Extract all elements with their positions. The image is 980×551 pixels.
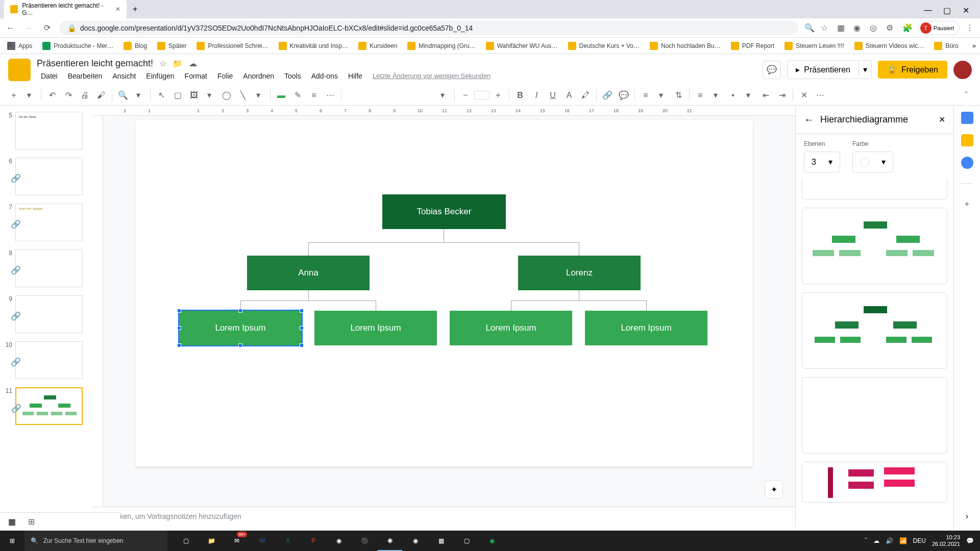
present-button[interactable]: ▸ Präsentieren	[787, 60, 859, 79]
cloud-status-icon[interactable]: ☁	[189, 59, 197, 68]
diagram-template[interactable]	[802, 292, 947, 369]
menu-format[interactable]: Format	[181, 71, 211, 81]
slide-thumb-5[interactable]: Ich bin Texte.	[15, 112, 83, 149]
image-dropdown[interactable]: ▾	[203, 88, 218, 103]
border-color-button[interactable]: ✎	[290, 88, 305, 103]
close-window-icon[interactable]: ✕	[963, 6, 970, 13]
slide-panel[interactable]: 5 Ich bin Texte. 6 🔗 7 🔗 Erste Folie - B…	[0, 106, 93, 527]
bullet-list-button[interactable]: •	[725, 88, 741, 103]
qr-icon[interactable]: ▦	[837, 23, 847, 33]
puzzle-icon[interactable]: 🧩	[902, 23, 913, 33]
menu-insert[interactable]: Einfügen	[142, 71, 178, 81]
zoom-icon[interactable]: 🔍	[804, 23, 815, 33]
bookmarks-overflow[interactable]: »	[972, 42, 976, 49]
comments-button[interactable]: 💬	[763, 61, 781, 79]
color-select[interactable]: ▾	[852, 152, 893, 172]
bookmark-item[interactable]: Steuern Lesen !!!!	[781, 40, 847, 52]
chrome-menu-icon[interactable]: ⋮	[966, 23, 976, 33]
hierarchy-node-l3-selected[interactable]: Lorem Ipsum	[179, 311, 302, 345]
fill-color-button[interactable]: ▬	[274, 88, 289, 103]
bookmark-item[interactable]: Mindmapping (Gru…	[404, 40, 478, 52]
close-panel-icon[interactable]: ✕	[939, 115, 945, 124]
font-size-dec[interactable]: −	[458, 88, 473, 103]
indent-inc-button[interactable]: ⇥	[774, 88, 790, 103]
speaker-notes[interactable]: Klicken, um Vortragsnotizen hinzuzufügen	[93, 507, 795, 527]
reload-button[interactable]: ⟳	[41, 22, 53, 34]
slide-thumb-7[interactable]: 🔗 Erste Folie - Beispiel	[15, 204, 83, 241]
shape-tool[interactable]: ◯	[219, 88, 234, 103]
app-icon[interactable]: ◉	[327, 531, 351, 551]
align-button[interactable]: ≡	[638, 88, 653, 103]
document-title[interactable]: Präsentieren leicht gemacht!	[37, 58, 153, 69]
link-button[interactable]: 🔗	[600, 88, 615, 103]
select-tool[interactable]: ↖	[154, 88, 169, 103]
font-dropdown[interactable]: ▾	[436, 88, 451, 103]
calendar-icon[interactable]	[961, 112, 973, 124]
indent-dec-button[interactable]: ⇤	[758, 88, 773, 103]
app-icon[interactable]: ▢	[454, 531, 479, 551]
add-addon-icon[interactable]: +	[961, 198, 973, 210]
filmstrip-view-button[interactable]: ▦	[8, 517, 16, 527]
keep-icon[interactable]	[961, 134, 973, 146]
slide-thumb-6[interactable]: 🔗	[15, 158, 83, 195]
start-button[interactable]: ⊞	[0, 531, 24, 551]
tray-chevron-icon[interactable]: ˆ	[865, 537, 867, 544]
print-button[interactable]: 🖨	[77, 88, 92, 103]
notification-icon[interactable]: 💬	[966, 537, 974, 544]
star-icon[interactable]: ☆	[821, 23, 831, 33]
hierarchy-node-l2[interactable]: Lorenz	[518, 256, 641, 290]
present-dropdown[interactable]: ▾	[859, 60, 872, 79]
text-color-button[interactable]: A	[561, 88, 577, 103]
collapse-rail-icon[interactable]: ›	[966, 512, 968, 521]
slide-thumb-9[interactable]: 🔗	[15, 295, 83, 333]
bullet-list-dropdown[interactable]: ▾	[742, 88, 757, 103]
redo-button[interactable]: ↷	[61, 88, 76, 103]
new-slide-button[interactable]: +	[6, 88, 21, 103]
new-slide-dropdown[interactable]: ▾	[22, 88, 38, 103]
paint-format-button[interactable]: 🖌	[93, 88, 109, 103]
volume-icon[interactable]: 🔊	[886, 537, 893, 544]
powerpoint-icon[interactable]: P	[301, 531, 326, 551]
zoom-button[interactable]: 🔍	[115, 88, 131, 103]
clear-format-button[interactable]: ✕	[796, 88, 812, 103]
extension3-icon[interactable]: ⚙	[886, 23, 896, 33]
bookmark-item[interactable]: Noch hochladen Bu…	[647, 40, 724, 52]
levels-select[interactable]: 3 ▾	[804, 152, 840, 172]
numbered-list-dropdown[interactable]: ▾	[709, 88, 724, 103]
back-button[interactable]: ←	[4, 22, 16, 34]
extension2-icon[interactable]: ◎	[870, 23, 880, 33]
line-dropdown[interactable]: ▾	[252, 88, 267, 103]
menu-addons[interactable]: Add-ons	[307, 71, 342, 81]
numbered-list-button[interactable]: ≡	[693, 88, 708, 103]
line-tool[interactable]: ╲	[235, 88, 251, 103]
font-select[interactable]	[345, 89, 435, 101]
more-tools-button[interactable]: ⋯	[813, 88, 828, 103]
menu-slide[interactable]: Folie	[213, 71, 237, 81]
grid-view-button[interactable]: ⊞	[28, 517, 35, 527]
align-dropdown[interactable]: ▾	[654, 88, 670, 103]
menu-view[interactable]: Ansicht	[108, 71, 140, 81]
share-button[interactable]: 🔒 Freigeben	[878, 61, 947, 79]
task-view-button[interactable]: ▢	[174, 531, 198, 551]
wifi-icon[interactable]: 📶	[899, 537, 907, 544]
bookmark-item[interactable]: Kursideen	[355, 40, 400, 52]
menu-help[interactable]: Hilfe	[344, 71, 366, 81]
apps-bookmark[interactable]: ⠿Apps	[4, 40, 35, 52]
diagram-template[interactable]	[802, 208, 947, 284]
highlight-button[interactable]: 🖍	[578, 88, 593, 103]
slides-logo[interactable]	[8, 59, 31, 81]
image-tool[interactable]: 🖼	[186, 88, 202, 103]
bookmark-item[interactable]: Büro	[931, 40, 961, 52]
browser-tab[interactable]: Präsentieren leicht gemacht! - G… ✕	[4, 0, 127, 19]
mail-icon[interactable]: ✉99+	[225, 531, 249, 551]
zoom-dropdown[interactable]: ▾	[132, 88, 147, 103]
menu-arrange[interactable]: Anordnen	[239, 71, 278, 81]
bookmark-item[interactable]: Kreativität und Insp…	[276, 40, 352, 52]
close-tab-icon[interactable]: ✕	[115, 6, 120, 13]
menu-edit[interactable]: Bearbeiten	[64, 71, 107, 81]
tasks-icon[interactable]	[961, 157, 973, 169]
textbox-tool[interactable]: ▢	[170, 88, 185, 103]
border-width-button[interactable]: ≡	[306, 88, 322, 103]
slide-thumb-8[interactable]: 🔗	[15, 249, 83, 287]
diagram-template[interactable]	[802, 462, 947, 503]
